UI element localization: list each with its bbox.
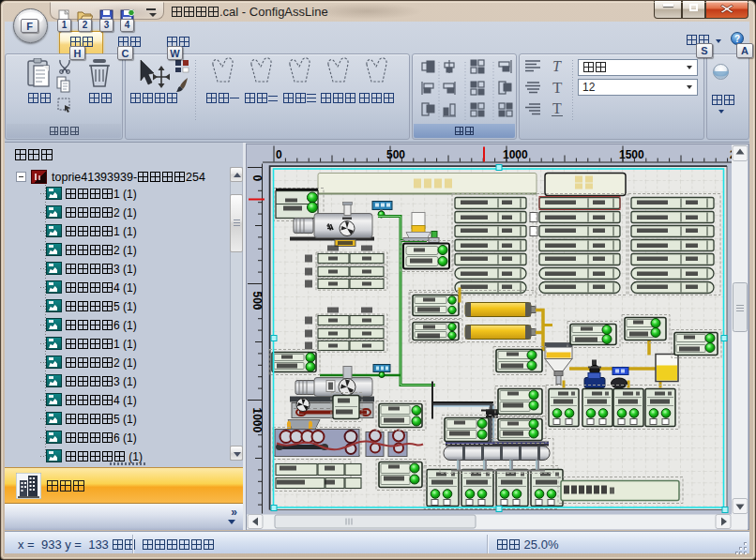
svg-text:0: 0 [250, 175, 264, 182]
svg-text:T: T [552, 100, 562, 116]
svg-text:T: T [552, 79, 563, 97]
svg-text:500: 500 [386, 148, 405, 161]
svg-text:0: 0 [276, 148, 282, 161]
svg-text:T: T [552, 58, 562, 74]
